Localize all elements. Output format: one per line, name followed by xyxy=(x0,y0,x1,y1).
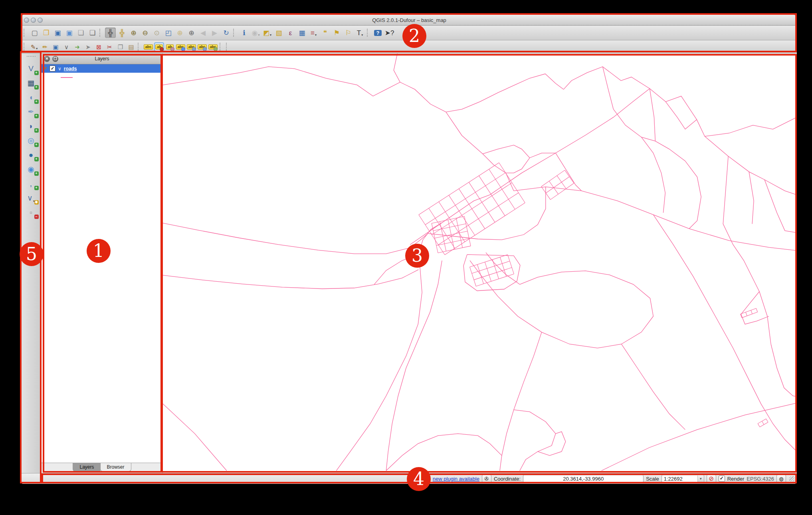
resize-grip[interactable] xyxy=(789,476,794,481)
save-project-button[interactable]: ▣ xyxy=(52,28,63,38)
crs-globe-icon[interactable]: ◍ xyxy=(776,475,786,483)
expander-icon[interactable] xyxy=(43,67,47,70)
text-annotation-button[interactable]: T▾ xyxy=(355,28,365,38)
toolbar-handle[interactable] xyxy=(220,43,222,51)
add-wcs-layer-button[interactable]: ●+ xyxy=(24,148,38,161)
current-edits-dropdown-icon[interactable]: ▾ xyxy=(36,47,38,50)
add-feature-button[interactable]: ∨ xyxy=(61,42,71,52)
add-wcs-layer-badge: + xyxy=(34,157,39,161)
new-print-composer-icon: ❏ xyxy=(78,30,84,36)
minimize-window-button[interactable] xyxy=(31,18,36,23)
zoom-next-button[interactable]: ▶ xyxy=(209,28,220,38)
delete-selected-button[interactable]: ⊠ xyxy=(94,42,104,52)
refresh-map-button[interactable]: ↻ xyxy=(221,28,232,38)
add-wms-layer-badge: + xyxy=(34,143,39,147)
toolbar-handle[interactable] xyxy=(99,29,102,37)
label-rotate-button[interactable]: abc xyxy=(197,42,207,52)
copy-features-button[interactable]: ❐ xyxy=(115,42,125,52)
open-attribute-table-button[interactable]: ▦ xyxy=(297,28,307,38)
select-features-dropdown-icon[interactable]: ▾ xyxy=(270,33,271,37)
road-path-35 xyxy=(386,433,478,471)
whats-this-button[interactable]: ➤? xyxy=(384,28,395,38)
toolbar-handle[interactable] xyxy=(367,29,370,37)
run-feature-action-dropdown-icon[interactable]: ▾ xyxy=(258,33,259,37)
new-bookmark-button[interactable]: ⚑ xyxy=(331,28,342,38)
measure-line-dropdown-icon[interactable]: ▾ xyxy=(315,33,317,37)
scale-dropdown-icon[interactable]: ▼ xyxy=(697,475,704,482)
toggle-editing-button[interactable]: ✏ xyxy=(40,42,50,52)
tab-browser[interactable]: Browser xyxy=(100,463,131,471)
street-grid-3 xyxy=(470,255,514,286)
node-tool-button[interactable]: ➤ xyxy=(83,42,93,52)
identify-features-button[interactable]: ℹ xyxy=(239,28,250,38)
run-feature-action-button[interactable]: ◉▾ xyxy=(250,28,261,38)
map-tips-button[interactable]: ❝ xyxy=(320,28,331,38)
label-pin-button[interactable]: ab xyxy=(165,42,175,52)
add-vector-layer-button[interactable]: V+ xyxy=(24,62,38,75)
measure-line-button[interactable]: ≡▾ xyxy=(308,28,319,38)
toolbar-handle[interactable] xyxy=(233,29,236,37)
layer-row-roads[interactable]: ✓ ∨ roads xyxy=(42,64,162,73)
toolbar-handle[interactable] xyxy=(24,43,26,51)
add-mssql-layer-button[interactable]: ◗+ xyxy=(24,119,38,132)
toolbar-handle[interactable] xyxy=(138,43,141,51)
save-project-as-button[interactable]: ▣ xyxy=(64,28,75,38)
label-toggle-visibility-button[interactable]: abc xyxy=(176,42,186,52)
open-attribute-table-icon: ▦ xyxy=(299,30,305,36)
add-wms-layer-button[interactable]: ◎+ xyxy=(24,134,38,147)
label-properties-button[interactable]: abc xyxy=(208,42,218,52)
show-bookmarks-button[interactable]: ⚐ xyxy=(343,28,354,38)
label-layer-button[interactable]: abc xyxy=(143,42,153,52)
layer-name[interactable]: roads xyxy=(64,66,77,72)
label-selected-button[interactable]: ab xyxy=(154,42,164,52)
zoom-window-button[interactable] xyxy=(38,18,43,23)
pan-to-selection-button[interactable]: ╬ xyxy=(117,28,127,38)
new-project-button[interactable]: ▢ xyxy=(29,28,40,38)
pan-map-button[interactable]: ╬ xyxy=(105,28,116,38)
coordinate-input[interactable]: 20.3614,-33.9960 xyxy=(523,475,644,483)
add-delimited-text-layer-button[interactable]: ,+ xyxy=(24,177,38,190)
select-by-expression-button[interactable]: ε xyxy=(285,28,296,38)
new-shapefile-layer-button[interactable]: ∨✱▾ xyxy=(24,191,38,204)
zoom-last-button[interactable]: ◀ xyxy=(198,28,208,38)
help-contents-button[interactable]: ? xyxy=(372,28,383,38)
scale-combo[interactable]: 1:22692 ▼ xyxy=(661,475,704,483)
render-checkbox[interactable]: ✓ xyxy=(719,475,725,482)
deselect-features-button[interactable]: ▧ xyxy=(273,28,284,38)
road-path-12 xyxy=(705,136,797,195)
save-layer-edits-button[interactable]: ▣ xyxy=(51,42,61,52)
new-plugin-link[interactable]: new plugin available xyxy=(433,476,479,482)
add-postgis-layer-button[interactable]: ◖+ xyxy=(24,91,38,103)
current-edits-button[interactable]: ✎▾ xyxy=(29,42,39,52)
street-grid-6 xyxy=(758,419,768,427)
toolbar-handle[interactable] xyxy=(24,29,26,37)
paste-features-button[interactable]: ▤ xyxy=(126,42,136,52)
zoom-full-extent-button[interactable]: ◰ xyxy=(163,28,174,38)
text-annotation-dropdown-icon[interactable]: ▾ xyxy=(361,33,363,37)
new-print-composer-button[interactable]: ❏ xyxy=(75,28,86,38)
remove-layer-button[interactable]: ▫− xyxy=(24,206,38,219)
add-raster-layer-button[interactable]: ▦+ xyxy=(24,76,38,89)
window-controls xyxy=(24,18,43,23)
add-wfs-layer-button[interactable]: ◉+ xyxy=(24,163,38,175)
select-features-button[interactable]: ◩▾ xyxy=(262,28,273,38)
map-canvas[interactable] xyxy=(163,54,797,473)
cut-features-button[interactable]: ✂ xyxy=(105,42,115,52)
zoom-to-selection-button[interactable]: ⊕ xyxy=(174,28,185,38)
plugin-icon[interactable]: ✇ xyxy=(482,475,491,483)
composer-manager-button[interactable]: ❏ xyxy=(87,28,98,38)
zoom-in-button[interactable]: ⊕ xyxy=(128,28,139,38)
move-feature-button[interactable]: ➜ xyxy=(72,42,82,52)
stop-rendering-button[interactable]: ⊘ xyxy=(707,475,716,483)
add-spatialite-layer-button[interactable]: ✒+ xyxy=(24,105,38,118)
zoom-to-layer-button[interactable]: ⊕ xyxy=(186,28,197,38)
toolbar-handle[interactable] xyxy=(226,43,229,51)
open-project-button[interactable]: ❐ xyxy=(41,28,51,38)
zoom-out-button[interactable]: ⊖ xyxy=(140,28,151,38)
label-move-button[interactable]: abc xyxy=(186,42,196,52)
tab-layers[interactable]: Layers xyxy=(73,463,101,471)
close-window-button[interactable] xyxy=(24,18,29,23)
layer-checkbox[interactable]: ✓ xyxy=(50,66,55,72)
toolbar-handle[interactable] xyxy=(27,56,36,59)
zoom-actual-size-button[interactable]: ⊙ xyxy=(151,28,162,38)
